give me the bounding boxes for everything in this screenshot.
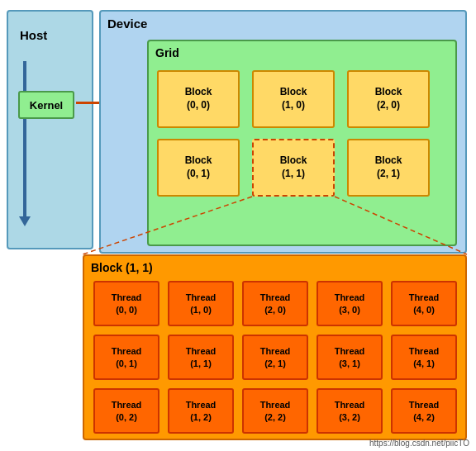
- diagram-wrapper: Host Kernel Device Grid Block (0, 0) Blo…: [0, 0, 476, 451]
- thread-1-0: Thread(1, 0): [168, 281, 234, 326]
- kernel-box: Kernel: [18, 91, 74, 119]
- thread-2-1: Thread(2, 1): [242, 335, 308, 380]
- expanded-block-label: Block (1, 1): [91, 261, 153, 274]
- block-0-0: Block (0, 0): [157, 70, 240, 128]
- thread-4-1: Thread(4, 1): [391, 335, 457, 380]
- block-0-1: Block (0, 1): [157, 139, 240, 197]
- thread-4-0: Thread(4, 0): [391, 281, 457, 326]
- host-arrow: [23, 61, 26, 218]
- thread-0-1: Thread(0, 1): [93, 335, 159, 380]
- kernel-label: Kernel: [30, 99, 63, 112]
- grid-label: Grid: [155, 46, 179, 59]
- thread-2-0: Thread(2, 0): [242, 281, 308, 326]
- block-1-1: Block (1, 1): [252, 139, 335, 197]
- block-2-0: Block (2, 0): [347, 70, 430, 128]
- block-1-0: Block (1, 0): [252, 70, 335, 128]
- thread-0-2: Thread(0, 2): [93, 388, 159, 434]
- thread-3-1: Thread(3, 1): [317, 335, 383, 380]
- block-2-1: Block (2, 1): [347, 139, 430, 197]
- thread-3-0: Thread(3, 0): [317, 281, 383, 326]
- url-footer: https://blog.csdn.net/piicTO: [369, 439, 469, 448]
- host-label: Host: [20, 28, 47, 42]
- thread-4-2: Thread(4, 2): [391, 388, 457, 434]
- thread-1-1: Thread(1, 1): [168, 335, 234, 380]
- host-box: Host: [7, 10, 93, 249]
- device-label: Device: [107, 17, 147, 31]
- thread-2-2: Thread(2, 2): [242, 388, 308, 434]
- thread-1-2: Thread(1, 2): [168, 388, 234, 434]
- thread-3-2: Thread(3, 2): [317, 388, 383, 434]
- thread-0-0: Thread(0, 0): [93, 281, 159, 326]
